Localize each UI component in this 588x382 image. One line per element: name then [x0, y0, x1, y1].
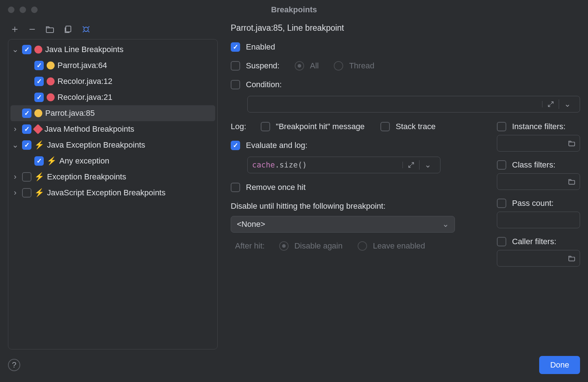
disable-until-value: <None>	[237, 220, 265, 229]
folder-icon	[568, 178, 575, 185]
class-filters-checkbox[interactable]	[497, 160, 506, 170]
log-stack-checkbox[interactable]	[380, 122, 390, 131]
tree-label: Java Line Breakpoints	[45, 45, 123, 54]
checkbox[interactable]	[34, 156, 44, 166]
suspend-all-radio[interactable]	[295, 61, 304, 71]
chevron-right-icon[interactable]: ›	[11, 172, 19, 182]
pass-count-checkbox[interactable]	[497, 199, 506, 208]
tree-item[interactable]: Recolor.java:21	[8, 89, 217, 105]
tree-group-java-exception[interactable]: ⌄ ⚡ Java Exception Breakpoints	[8, 137, 217, 153]
group-by-file-icon[interactable]	[64, 25, 72, 33]
caller-filters-label: Caller filters:	[512, 237, 556, 246]
tree-label: Parrot.java:64	[57, 61, 107, 70]
tree-group-js-exception[interactable]: › ⚡ JavaScript Exception Breakpoints	[8, 185, 217, 201]
tree-group-java-line[interactable]: ⌄ Java Line Breakpoints	[8, 42, 217, 58]
checkbox[interactable]	[34, 93, 44, 102]
expand-icon[interactable]	[542, 101, 559, 107]
condition-input[interactable]: ⌄	[247, 96, 580, 113]
tree-group-java-method[interactable]: › Java Method Breakpoints	[8, 121, 217, 137]
condition-checkbox[interactable]	[231, 80, 240, 89]
tree-label: Recolor.java:12	[57, 77, 112, 86]
after-hit-disable-radio[interactable]	[279, 241, 289, 251]
pass-count-input[interactable]	[497, 212, 580, 228]
done-button[interactable]: Done	[539, 356, 580, 374]
eval-input[interactable]: cache.size() ⌄	[247, 157, 440, 173]
condition-label: Condition:	[246, 80, 282, 89]
window-title: Breakpoints	[0, 5, 588, 14]
group-by-package-icon[interactable]	[46, 25, 54, 33]
after-hit-leave-radio[interactable]	[358, 241, 367, 251]
breakpoint-title: Parrot.java:85, Line breakpoint	[231, 23, 580, 33]
svg-rect-7	[569, 181, 575, 184]
checkbox[interactable]	[22, 124, 31, 134]
breakpoints-toolbar	[8, 23, 218, 39]
bolt-icon: ⚡	[34, 140, 44, 150]
chevron-right-icon[interactable]: ›	[11, 188, 19, 198]
class-filters-input[interactable]	[497, 173, 580, 190]
suspend-label: Suspend:	[246, 61, 280, 71]
tree-item[interactable]: Parrot.java:64	[8, 58, 217, 73]
suspend-checkbox[interactable]	[231, 61, 240, 71]
log-stack-label: Stack trace	[396, 122, 435, 131]
remove-once-checkbox[interactable]	[231, 183, 240, 192]
tree-label: Exception Breakpoints	[47, 172, 126, 182]
tree-item[interactable]: ⚡ Any exception	[8, 153, 217, 169]
tree-label: Java Exception Breakpoints	[47, 140, 145, 150]
suspend-thread-radio[interactable]	[334, 61, 343, 71]
instance-filters-checkbox[interactable]	[497, 122, 506, 131]
tree-label: Java Method Breakpoints	[44, 124, 134, 134]
tree-group-exception[interactable]: › ⚡ Exception Breakpoints	[8, 169, 217, 185]
log-label: Log:	[231, 122, 246, 131]
chevron-down-icon[interactable]: ⌄	[11, 45, 19, 54]
eval-checkbox[interactable]	[231, 141, 240, 150]
chevron-right-icon[interactable]: ›	[11, 124, 19, 134]
bolt-icon: ⚡	[47, 156, 56, 166]
expand-icon[interactable]	[402, 162, 419, 168]
view-breakpoints-icon[interactable]	[82, 25, 90, 33]
svg-rect-4	[66, 26, 71, 32]
checkbox[interactable]	[22, 140, 31, 150]
svg-rect-3	[46, 28, 54, 33]
log-hit-label: "Breakpoint hit" message	[276, 122, 365, 131]
enabled-checkbox[interactable]	[231, 42, 240, 52]
chevron-down-icon[interactable]: ⌄	[419, 160, 436, 170]
breakpoint-diamond-icon	[33, 124, 43, 134]
checkbox[interactable]	[22, 45, 31, 54]
remove-icon[interactable]	[28, 25, 36, 33]
add-icon[interactable]	[11, 25, 19, 33]
folder-icon	[568, 255, 575, 262]
tree-item-selected[interactable]: Parrot.java:85	[10, 105, 215, 121]
caller-filters-input[interactable]	[497, 250, 580, 267]
breakpoint-circle-icon	[34, 46, 42, 54]
svg-point-5	[84, 27, 88, 31]
after-hit-label: After hit:	[235, 241, 265, 251]
enabled-label: Enabled	[246, 42, 275, 52]
remove-once-label: Remove once hit	[246, 183, 306, 192]
checkbox[interactable]	[34, 61, 44, 70]
tree-label: JavaScript Exception Breakpoints	[47, 188, 166, 198]
titlebar: Breakpoints	[0, 0, 588, 20]
folder-icon	[568, 140, 575, 147]
tree-label: Any exception	[59, 156, 109, 166]
instance-filters-input[interactable]	[497, 135, 580, 152]
checkbox[interactable]	[22, 172, 31, 182]
breakpoint-circle-icon	[47, 77, 55, 85]
breakpoints-tree[interactable]: ⌄ Java Line Breakpoints Parrot.java:64 R…	[8, 39, 218, 349]
checkbox[interactable]	[22, 109, 31, 118]
svg-rect-6	[569, 142, 575, 146]
tree-label: Recolor.java:21	[57, 93, 112, 102]
chevron-down-icon[interactable]: ⌄	[559, 99, 575, 109]
caller-filters-checkbox[interactable]	[497, 237, 506, 246]
after-hit-disable-label: Disable again	[294, 241, 342, 251]
log-hit-checkbox[interactable]	[261, 122, 270, 131]
after-hit-leave-label: Leave enabled	[373, 241, 425, 251]
pass-count-label: Pass count:	[512, 199, 554, 208]
tree-item[interactable]: Recolor.java:12	[8, 73, 217, 89]
chevron-down-icon[interactable]: ⌄	[11, 140, 19, 150]
help-button[interactable]: ?	[8, 359, 20, 371]
eval-label: Evaluate and log:	[246, 141, 307, 150]
checkbox[interactable]	[34, 77, 44, 86]
disable-until-select[interactable]: <None> ⌄	[231, 216, 455, 233]
instance-filters-label: Instance filters:	[512, 122, 566, 131]
checkbox[interactable]	[22, 188, 31, 198]
